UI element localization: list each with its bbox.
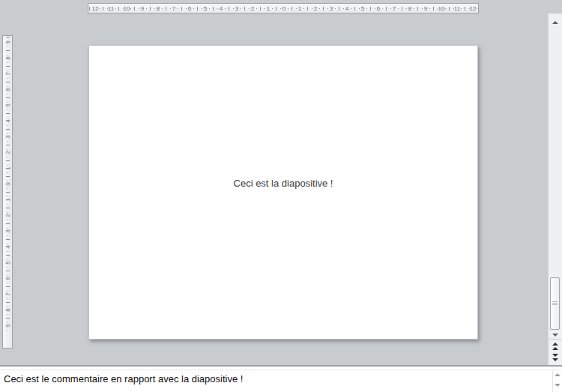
previous-slide-button[interactable] <box>549 341 562 351</box>
ruler-tick <box>6 129 10 130</box>
ruler-dot <box>477 8 477 9</box>
slide-text[interactable]: Ceci est la diapositive ! <box>89 178 477 189</box>
notes-scroll-up-button[interactable] <box>553 372 562 378</box>
ruler-dot <box>130 8 131 9</box>
ruler-tick <box>6 192 10 193</box>
ruler-tick <box>166 7 166 10</box>
ruler-dot <box>7 204 8 205</box>
ruler-tick <box>402 7 402 10</box>
ruler-tick <box>339 7 339 10</box>
ruler-dot <box>7 109 8 110</box>
notes-pane[interactable]: Ceci est le commentaire en rapport avec … <box>0 365 562 392</box>
scrollbar-separator <box>549 339 561 340</box>
ruler-tick <box>118 7 119 10</box>
ruler-tick <box>244 7 245 10</box>
ruler-tick <box>6 286 10 287</box>
ruler-tick <box>370 7 371 10</box>
scroll-up-icon <box>552 21 558 24</box>
ruler-dot <box>7 188 8 189</box>
ruler-tick <box>323 7 324 10</box>
ruler-tick <box>386 7 387 10</box>
scroll-down-icon <box>552 334 558 337</box>
ruler-dot <box>7 172 8 173</box>
ruler-tick <box>181 7 182 10</box>
scroll-down-button[interactable] <box>549 332 562 338</box>
next-slide-button[interactable] <box>549 352 562 362</box>
ruler-dot <box>115 8 115 9</box>
ruler-dot <box>7 78 8 79</box>
ruler-dot <box>225 8 226 9</box>
ruler-tick <box>6 97 10 98</box>
presentation-editor-window: 1211109876543210123456789101112 98765432… <box>0 0 562 392</box>
ruler-dot <box>414 8 414 9</box>
ruler-dot <box>335 8 336 9</box>
scrollbar-grip-icon <box>552 301 558 306</box>
ruler-dot <box>7 330 8 331</box>
scrollbar-thumb[interactable] <box>550 277 560 330</box>
ruler-tick <box>103 7 103 10</box>
ruler-dot <box>7 251 8 252</box>
ruler-tick <box>6 145 10 145</box>
notes-scroll-down-button[interactable] <box>553 382 562 388</box>
ruler-dot <box>288 8 288 9</box>
slide-canvas[interactable]: Ceci est la diapositive ! <box>88 45 478 340</box>
ruler-dot <box>7 298 8 299</box>
ruler-tick <box>449 7 450 10</box>
scroll-up-button[interactable] <box>549 19 562 25</box>
ruler-tick <box>417 7 418 10</box>
ruler-tick <box>307 7 308 10</box>
ruler-tick <box>6 271 10 271</box>
ruler-dot <box>7 235 8 236</box>
ruler-tick <box>134 7 135 10</box>
ruler-tick <box>433 7 434 10</box>
ruler-dot <box>7 46 8 47</box>
previous-slide-icon <box>552 343 558 346</box>
ruler-dot <box>146 8 147 9</box>
ruler-tick <box>6 223 10 224</box>
ruler-tick <box>6 50 10 51</box>
ruler-tick <box>276 7 277 10</box>
ruler-dot <box>461 8 462 9</box>
ruler-dot <box>303 8 304 9</box>
ruler-dot <box>7 283 8 283</box>
ruler-dot <box>178 8 178 9</box>
ruler-dot <box>7 157 8 157</box>
notes-text[interactable]: Ceci est le commentaire en rapport avec … <box>4 373 243 385</box>
ruler-tick <box>229 7 229 10</box>
ruler-tick <box>260 7 261 10</box>
ruler-tick <box>465 7 465 10</box>
ruler-tick <box>6 176 10 177</box>
ruler-dot <box>7 62 8 63</box>
ruler-dot <box>7 220 8 220</box>
ruler-dot <box>445 8 446 9</box>
ruler-tick <box>213 7 214 10</box>
ruler-dot <box>319 8 320 9</box>
ruler-tick <box>6 239 10 240</box>
notes-hairline <box>0 370 562 370</box>
ruler-tick <box>6 302 10 303</box>
ruler-dot <box>99 8 100 9</box>
ruler-tick <box>6 318 10 319</box>
ruler-tick <box>6 208 10 208</box>
vertical-ruler[interactable]: 9876543210123456789 <box>2 35 13 349</box>
ruler-dot <box>398 8 399 9</box>
ruler-tick <box>150 7 151 10</box>
ruler-dot <box>429 8 430 9</box>
ruler-tick <box>6 255 10 256</box>
ruler-dot <box>272 8 273 9</box>
ruler-dot <box>366 8 367 9</box>
ruler-tick <box>354 7 355 10</box>
ruler-tick <box>197 7 198 10</box>
ruler-dot <box>7 314 8 315</box>
horizontal-ruler[interactable]: 1211109876543210123456789101112 <box>88 3 479 13</box>
ruler-dot <box>351 8 351 9</box>
vertical-scrollbar[interactable] <box>548 13 562 365</box>
ruler-dot <box>209 8 210 9</box>
ruler-dot <box>162 8 163 9</box>
ruler-tick <box>6 66 10 67</box>
ruler-dot <box>241 8 241 9</box>
notes-scroll-down-icon <box>555 384 561 387</box>
ruler-dot <box>7 141 8 142</box>
ruler-tick <box>291 7 292 10</box>
ruler-dot <box>193 8 194 9</box>
